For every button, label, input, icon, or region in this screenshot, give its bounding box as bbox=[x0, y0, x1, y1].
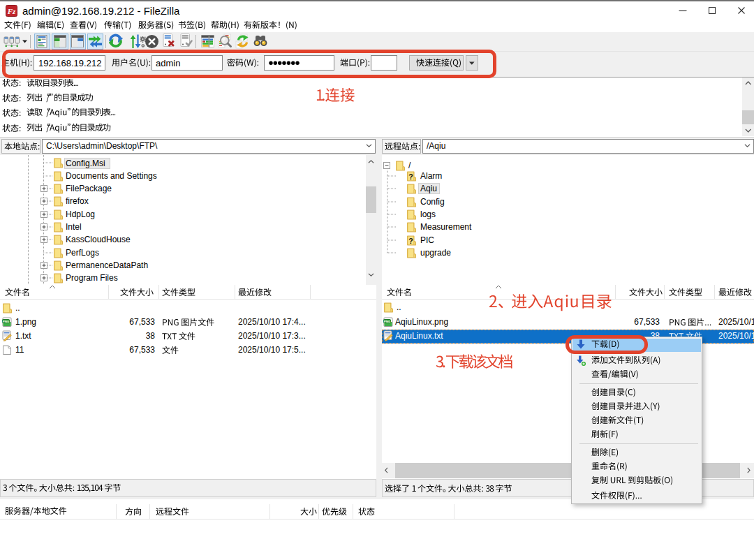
svg-text:Fz: Fz bbox=[7, 7, 16, 15]
